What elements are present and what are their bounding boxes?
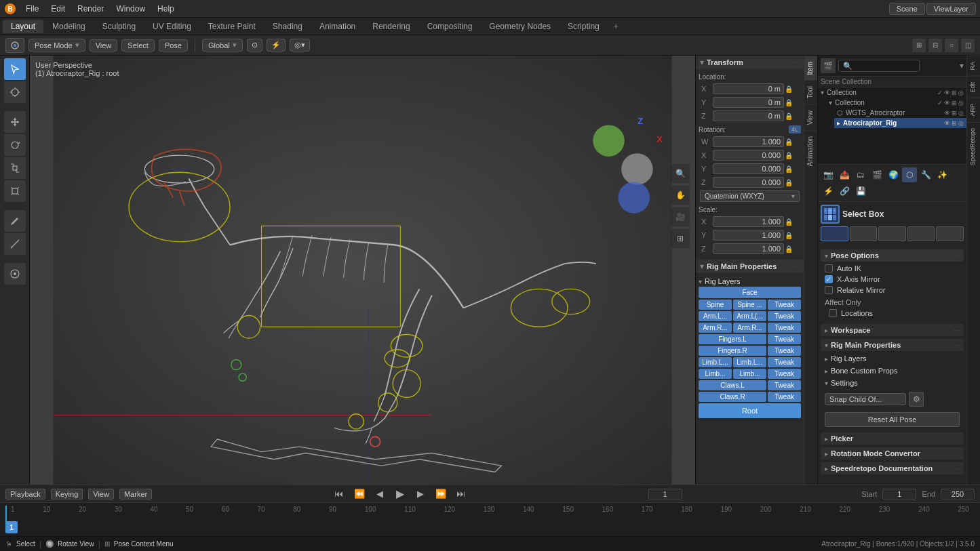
menu-render[interactable]: Render [72, 3, 109, 15]
end-frame-input[interactable] [941, 489, 975, 499]
tool-measure[interactable] [4, 233, 26, 255]
pose-options-header[interactable]: ▾ Pose Options ⋯ [821, 249, 964, 262]
rig-btn-spine2[interactable]: Spine ... [733, 300, 766, 310]
tool-custom[interactable] [4, 263, 26, 285]
menu-window[interactable]: Window [111, 3, 151, 15]
reset-all-pose[interactable]: Reset All Pose [825, 412, 960, 427]
scale-z-value[interactable]: 1.000 [713, 243, 784, 254]
tool-grid-3[interactable] [878, 226, 906, 241]
tab-texture-paint[interactable]: Texture Paint [200, 20, 264, 33]
view-layer-name[interactable]: ViewLayer [926, 3, 976, 15]
props-icon-scene[interactable]: 🎬 [821, 58, 836, 73]
prop-icon-view-layer[interactable]: 🗂 [853, 167, 868, 182]
transform-space[interactable]: Global▾ [202, 39, 243, 52]
loc-z-lock[interactable]: 🔒 [785, 113, 798, 120]
props-search[interactable] [838, 60, 957, 72]
scale-x-value[interactable]: 1.000 [713, 216, 784, 227]
menu-file[interactable]: File [20, 3, 44, 15]
outliner-item-2[interactable]: ⬡ WGTS_Atrociraptor 👁 ⊞ ◎ [834, 108, 966, 118]
rig-btn-spine[interactable]: Spine [699, 300, 732, 310]
props-expand[interactable]: ▾ [960, 61, 964, 70]
rig-btn-tweak3[interactable]: Tweak [768, 323, 801, 333]
tab-rendering[interactable]: Rendering [364, 20, 418, 33]
3d-viewport[interactable]: User Perspective (1) Atrociraptor_Rig : … [30, 56, 695, 485]
tab-shading[interactable]: Shading [264, 20, 311, 33]
prop-icon-object[interactable]: ⬡ [902, 167, 917, 182]
tab-uv-editing[interactable]: UV Editing [144, 20, 199, 33]
rig-btn-fingersr[interactable]: Fingers.R [699, 346, 766, 356]
rig-btn-clawsl[interactable]: Claws.L [699, 380, 766, 390]
n-tab-view[interactable]: View [804, 104, 817, 131]
prop-icon-data[interactable]: 💾 [853, 184, 868, 199]
x-axis-mirror-checkbox[interactable]: ✓ [825, 275, 833, 283]
scale-z-lock[interactable]: 🔒 [785, 245, 798, 253]
rig-btn-fingersl[interactable]: Fingers.L [699, 334, 766, 344]
rig-btn-tweak9[interactable]: Tweak [768, 392, 801, 402]
rig-btn-tweak6[interactable]: Tweak [768, 357, 801, 367]
keyframe-icon[interactable]: ⊞ [671, 229, 690, 248]
vtab-arp[interactable]: ARP [967, 98, 980, 122]
rig-btn-armr1[interactable]: Arm.R... [699, 323, 732, 333]
start-frame-input[interactable] [882, 489, 916, 499]
view-menu[interactable]: View [90, 39, 118, 52]
rig-btn-arml2[interactable]: Arm.L(... [733, 311, 766, 321]
tool-move[interactable] [4, 111, 26, 133]
proportional-edit[interactable]: ◎▾ [290, 39, 310, 52]
menu-help[interactable]: Help [152, 3, 180, 15]
rot-y-lock[interactable]: 🔒 [785, 165, 798, 173]
tab-compositing[interactable]: Compositing [419, 20, 481, 33]
tool-transform[interactable] [4, 180, 26, 202]
speedretopo-doc-header[interactable]: ▸ Speedretopo Documentation ⋯ [821, 462, 964, 474]
tool-grid-1[interactable] [821, 226, 848, 241]
rig-btn-tweak1[interactable]: Tweak [768, 300, 801, 310]
rig-btn-root[interactable]: Root [699, 403, 801, 418]
jump-start-btn[interactable]: ⏮ [332, 487, 347, 502]
rig-btn-face[interactable]: Face [699, 287, 801, 298]
tab-geometry-nodes[interactable]: Geometry Nodes [481, 20, 559, 33]
viewport-settings[interactable]: ⊞ ⊟ ○ ◫ [912, 39, 975, 52]
tool-grid-4[interactable] [907, 226, 935, 241]
outliner-item-1[interactable]: ▾ Collection ✓ 👁 ⊞ ◎ [826, 98, 966, 108]
rot-w-lock[interactable]: 🔒 [785, 138, 798, 146]
tool-rotate[interactable] [4, 134, 26, 156]
scale-y-lock[interactable]: 🔒 [785, 232, 798, 239]
rig-btn-tweak5[interactable]: Tweak [768, 346, 801, 356]
rig-layers-header[interactable]: ▾ Rig Layers [699, 276, 801, 287]
prop-icon-constraints[interactable]: 🔗 [837, 184, 852, 199]
relative-mirror-checkbox[interactable] [825, 286, 833, 294]
rig-btn-armr2[interactable]: Arm.R... [733, 323, 766, 333]
n-tab-animation[interactable]: Animation [804, 130, 817, 171]
rot-z-lock[interactable]: 🔒 [785, 179, 798, 186]
rot-x-value[interactable]: 0.000 [713, 150, 784, 161]
tool-annotate[interactable] [4, 210, 26, 232]
tab-animation[interactable]: Animation [311, 20, 364, 33]
scale-y-value[interactable]: 1.000 [713, 230, 784, 241]
loc-y-lock[interactable]: 🔒 [785, 99, 798, 106]
rig-btn-limb2[interactable]: Limb... [733, 369, 766, 379]
tool-cursor[interactable] [4, 81, 26, 103]
tool-grid-2[interactable] [850, 226, 878, 241]
rig-layers-right[interactable]: ▸ Rig Layers [821, 352, 964, 365]
tool-grid-5[interactable] [936, 226, 964, 241]
current-frame-input[interactable] [648, 489, 682, 499]
prop-icon-scene-props[interactable]: 🎬 [869, 167, 884, 182]
rig-btn-tweak2[interactable]: Tweak [768, 311, 801, 321]
rig-btn-tweak8[interactable]: Tweak [768, 380, 801, 390]
pose-menu[interactable]: Pose [159, 39, 188, 52]
tab-modeling[interactable]: Modeling [44, 20, 94, 33]
rot-w-value[interactable]: 1.000 [713, 136, 784, 147]
rot-z-value[interactable]: 0.000 [713, 177, 784, 188]
outliner-item-0[interactable]: ▾ Collection ✓ 👁 ⊞ ◎ [818, 87, 966, 98]
prev-keyframe-btn[interactable]: ◀ [372, 487, 387, 502]
tab-layout[interactable]: Layout [3, 20, 43, 33]
auto-ik-checkbox[interactable] [825, 264, 833, 272]
tool-select[interactable] [4, 58, 26, 80]
tab-scripting[interactable]: Scripting [560, 20, 608, 33]
loc-x-lock[interactable]: 🔒 [785, 85, 798, 93]
rig-btn-limbl2[interactable]: Limb.L... [733, 357, 766, 367]
tool-scale[interactable] [4, 157, 26, 179]
workspace-header[interactable]: ▸ Workspace ⋯ [821, 324, 964, 336]
rig-btn-limbl1[interactable]: Limb.L... [699, 357, 732, 367]
prop-icon-render[interactable]: 📷 [821, 167, 836, 182]
bone-custom-props[interactable]: ▸ Bone Custom Props [821, 365, 964, 377]
